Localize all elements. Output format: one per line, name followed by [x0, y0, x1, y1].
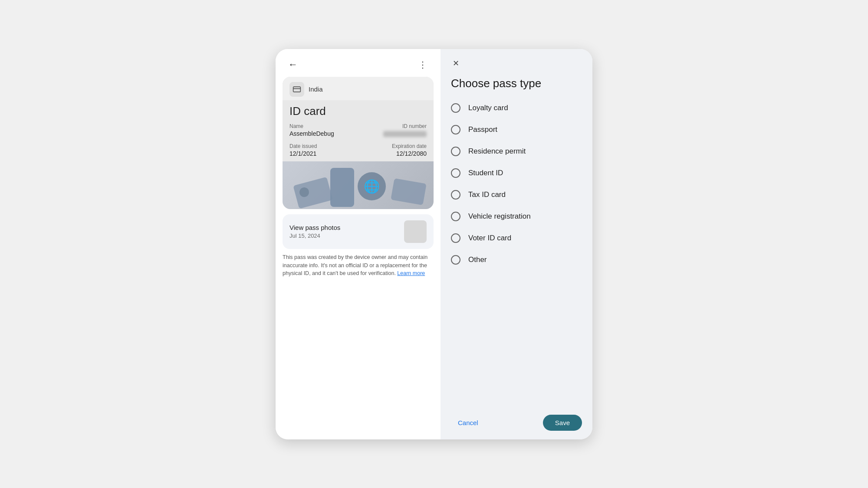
pass-type-item-loyalty-card[interactable]: Loyalty card — [444, 97, 589, 119]
view-photos-text: View pass photos Jul 15, 2024 — [289, 224, 340, 239]
date-issued-value: 12/1/2021 — [289, 150, 317, 157]
left-panel: ← ⋮ India ID card Name — [276, 49, 441, 439]
expiration-value: 12/12/2080 — [392, 150, 427, 157]
learn-more-link[interactable]: Learn more — [397, 270, 425, 276]
pass-type-label-residence-permit: Residence permit — [468, 147, 526, 156]
save-button[interactable]: Save — [543, 415, 582, 431]
pass-type-label-tax-id-card: Tax ID card — [468, 190, 506, 199]
more-button[interactable]: ⋮ — [415, 57, 431, 72]
id-blurred — [383, 131, 427, 137]
view-photos-label: View pass photos — [289, 224, 340, 231]
id-dates-row: Date issued 12/1/2021 Expiration date 12… — [289, 143, 427, 157]
pass-type-list: Loyalty cardPassportResidence permitStud… — [441, 97, 592, 409]
expiration-label: Expiration date — [392, 143, 427, 149]
top-bar: ← ⋮ — [276, 49, 441, 77]
id-number-value — [383, 130, 427, 137]
id-fields-row: Name AssembleDebug ID number — [289, 123, 427, 137]
pass-type-item-tax-id-card[interactable]: Tax ID card — [444, 184, 589, 206]
dialog-title: Choose pass type — [441, 75, 592, 97]
date-issued-label: Date issued — [289, 143, 317, 149]
id-card-icon — [289, 82, 304, 97]
view-photos-date: Jul 15, 2024 — [289, 233, 340, 239]
view-photos-card[interactable]: View pass photos Jul 15, 2024 — [283, 214, 434, 249]
pass-type-label-student-id: Student ID — [468, 169, 503, 177]
close-icon: ✕ — [453, 59, 459, 68]
pass-type-item-other[interactable]: Other — [444, 249, 589, 271]
expiration-field: Expiration date 12/12/2080 — [392, 143, 427, 157]
name-field: Name AssembleDebug — [289, 123, 334, 137]
choose-pass-type-dialog: ✕ Choose pass type Loyalty cardPassportR… — [441, 49, 592, 439]
pass-type-item-vehicle-registration[interactable]: Vehicle registration — [444, 206, 589, 227]
back-button[interactable]: ← — [285, 57, 301, 72]
pass-type-label-passport: Passport — [468, 125, 497, 134]
illus-card2 — [391, 178, 427, 205]
more-icon: ⋮ — [418, 59, 428, 70]
illus-card1 — [293, 177, 333, 209]
name-value: AssembleDebug — [289, 130, 334, 137]
close-button[interactable]: ✕ — [448, 56, 463, 71]
id-number-label: ID number — [383, 123, 427, 129]
pass-type-label-other: Other — [468, 255, 487, 264]
id-illustration: 🌐 — [283, 161, 434, 209]
pass-type-item-residence-permit[interactable]: Residence permit — [444, 141, 589, 162]
radio-student-id — [451, 168, 460, 178]
svg-rect-0 — [293, 87, 301, 92]
pass-type-label-vehicle-registration: Vehicle registration — [468, 212, 531, 221]
pass-type-item-passport[interactable]: Passport — [444, 119, 589, 141]
radio-other — [451, 255, 460, 265]
date-issued-field: Date issued 12/1/2021 — [289, 143, 317, 157]
illus-globe-icon: 🌐 — [358, 172, 386, 200]
pass-type-item-student-id[interactable]: Student ID — [444, 162, 589, 184]
radio-tax-id-card — [451, 190, 460, 200]
radio-passport — [451, 125, 460, 134]
pass-type-label-loyalty-card: Loyalty card — [468, 104, 508, 112]
id-country: India — [309, 85, 323, 93]
pass-type-item-voter-id-card[interactable]: Voter ID card — [444, 227, 589, 249]
name-label: Name — [289, 123, 334, 129]
dialog-actions: Cancel Save — [441, 409, 592, 439]
back-arrow-icon: ← — [288, 59, 298, 70]
radio-vehicle-registration — [451, 212, 460, 221]
cancel-button[interactable]: Cancel — [451, 415, 485, 431]
id-number-field: ID number — [383, 123, 427, 137]
radio-voter-id-card — [451, 233, 460, 243]
radio-loyalty-card — [451, 103, 460, 113]
id-card-header: India — [283, 77, 434, 100]
disclaimer-text: This pass was created by the device owne… — [283, 253, 434, 278]
pass-type-label-voter-id-card: Voter ID card — [468, 234, 511, 242]
id-card-body: ID card Name AssembleDebug ID number — [283, 100, 434, 157]
view-photos-thumbnail — [404, 220, 427, 243]
id-card: India ID card Name AssembleDebug ID numb… — [283, 77, 434, 209]
illus-phone — [330, 168, 354, 207]
dialog-topbar: ✕ — [441, 49, 592, 75]
radio-residence-permit — [451, 147, 460, 156]
id-card-title: ID card — [289, 105, 427, 118]
